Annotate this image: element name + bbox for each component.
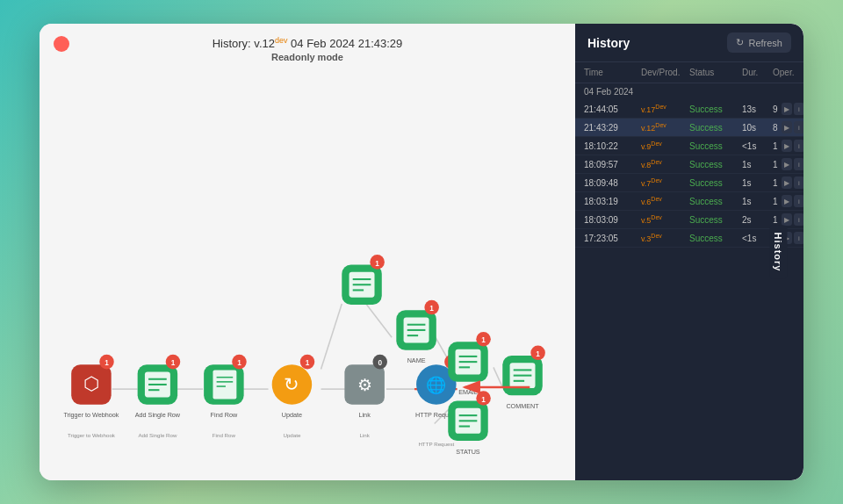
row-status: Success <box>689 234 742 243</box>
oper-play-btn[interactable]: ▶ <box>782 121 792 133</box>
refresh-label: Refresh <box>748 38 782 48</box>
svg-text:1: 1 <box>536 350 540 358</box>
row-dur: 1s <box>742 197 773 206</box>
row-dur: 1s <box>742 160 773 169</box>
svg-rect-17 <box>138 364 177 404</box>
svg-text:1: 1 <box>306 359 310 367</box>
close-icon: × <box>59 40 64 49</box>
svg-rect-72 <box>510 363 536 388</box>
svg-text:Link: Link <box>359 411 371 419</box>
svg-text:Trigger to Webhook: Trigger to Webhook <box>63 411 119 419</box>
main-window: × History: v.12dev 04 Feb 2024 21:43:29 … <box>40 24 803 480</box>
svg-text:HTTP Request: HTTP Request <box>418 441 454 447</box>
oper-info-btn[interactable]: i <box>794 103 803 115</box>
row-status: Success <box>689 197 742 206</box>
svg-rect-48 <box>342 264 381 304</box>
row-status: Success <box>689 141 742 151</box>
svg-point-53 <box>370 255 385 270</box>
flow-panel: × History: v.12dev 04 Feb 2024 21:43:29 … <box>40 24 575 480</box>
row-time: 18:09:57 <box>584 160 641 169</box>
oper-info-btn[interactable]: i <box>794 195 803 207</box>
svg-rect-80 <box>456 408 481 434</box>
oper-play-btn[interactable]: ▶ <box>782 158 792 170</box>
row-time: 21:43:29 <box>584 123 641 133</box>
svg-point-60 <box>424 300 439 315</box>
row-oper: 1 ▶ i ⧉ <box>773 213 803 226</box>
history-title: History <box>587 36 630 50</box>
svg-point-30 <box>232 355 247 370</box>
svg-text:↻: ↻ <box>284 374 299 394</box>
svg-rect-33 <box>272 364 312 404</box>
svg-point-35 <box>300 355 315 370</box>
oper-info-btn[interactable]: i <box>794 232 803 244</box>
history-row[interactable]: 21:44:05 v.17Dev Success 13s 9 ▶ i ⧉ <box>575 100 803 119</box>
oper-play-btn[interactable]: ▶ <box>782 103 792 115</box>
oper-info-btn[interactable]: i <box>794 213 803 226</box>
svg-rect-12 <box>71 364 111 404</box>
svg-line-5 <box>321 304 342 369</box>
history-row[interactable]: 18:03:19 v.6Dev Success 1s 1 ▶ i ⧉ <box>575 192 803 211</box>
col-status: Status <box>689 68 742 77</box>
svg-text:Link: Link <box>359 432 370 438</box>
svg-text:1: 1 <box>481 336 486 344</box>
column-headers: Time Dev/Prod. Status Dur. Oper. <box>575 62 803 83</box>
history-row[interactable]: 18:09:48 v.7Dev Success 1s 1 ▶ i ⧉ <box>575 174 803 192</box>
oper-info-btn[interactable]: i <box>794 121 803 133</box>
row-time: 17:23:05 <box>584 234 641 243</box>
svg-text:Update: Update <box>283 432 301 438</box>
oper-num: 1 <box>773 215 778 225</box>
svg-rect-26 <box>213 370 236 399</box>
row-version: v.17Dev <box>641 104 689 114</box>
svg-text:1: 1 <box>429 305 434 313</box>
oper-info-btn[interactable]: i <box>794 176 803 189</box>
svg-text:EMAIL: EMAIL <box>458 388 478 396</box>
svg-text:1: 1 <box>375 260 379 268</box>
row-version: v.8Dev <box>641 159 689 169</box>
svg-text:Add Single Row: Add Single Row <box>135 411 181 419</box>
oper-play-btn[interactable]: ▶ <box>782 213 792 226</box>
row-oper: 8 ▶ i ⧉ <box>773 121 803 133</box>
svg-line-6 <box>362 299 392 337</box>
row-time: 21:44:05 <box>584 104 641 114</box>
svg-rect-63 <box>448 342 487 381</box>
oper-play-btn[interactable]: ▶ <box>782 140 792 152</box>
svg-text:NAME: NAME <box>407 356 426 364</box>
history-row[interactable]: 18:10:22 v.9Dev Success <1s 1 ▶ i ⧉ <box>575 137 803 155</box>
svg-point-76 <box>530 346 545 361</box>
svg-text:Add Single Row: Add Single Row <box>138 432 177 438</box>
status-node: 1 STATUS <box>448 391 491 455</box>
oper-info-btn[interactable]: i <box>794 140 803 152</box>
svg-rect-43 <box>416 364 456 404</box>
flow-diagram: ⬡ 1 Trigger to Webhook 1 Add Single Row <box>40 76 575 480</box>
svg-point-45 <box>444 355 459 370</box>
oper-num: 1 <box>773 197 778 206</box>
history-table: 04 Feb 2024 21:44:05 v.17Dev Success 13s… <box>575 83 803 480</box>
row-version: v.9Dev <box>641 140 689 151</box>
svg-text:1: 1 <box>237 359 241 367</box>
svg-rect-56 <box>404 317 429 342</box>
row-status: Success <box>689 104 742 114</box>
svg-text:Find Row: Find Row <box>211 411 238 419</box>
svg-text:STATUS: STATUS <box>456 448 480 456</box>
col-time: Time <box>584 68 641 77</box>
row-oper: 1 ▶ i ⧉ <box>773 195 803 207</box>
oper-play-btn[interactable]: ▶ <box>782 195 792 207</box>
refresh-icon: ↻ <box>736 37 744 48</box>
close-button[interactable]: × <box>54 36 69 52</box>
row-dur: <1s <box>742 141 773 151</box>
oper-info-btn[interactable]: i <box>794 158 803 170</box>
history-row[interactable]: 21:43:29 v.12Dev Success 10s 8 ▶ i ⧉ <box>575 119 803 137</box>
history-row[interactable]: 18:09:57 v.8Dev Success 1s 1 ▶ i ⧉ <box>575 155 803 174</box>
row-oper: 1 ▶ i ⧉ <box>773 158 803 170</box>
link-node: ⚙ 0 Link <box>344 355 387 419</box>
row-status: Success <box>689 178 742 188</box>
oper-play-btn[interactable]: ▶ <box>782 176 792 189</box>
readonly-badge: Readonly mode <box>271 52 343 62</box>
add-single-row-node: 1 Add Single Row <box>135 355 181 419</box>
oper-num: 9 <box>773 104 778 114</box>
row-dur: 2s <box>742 215 773 225</box>
history-side-label: History <box>770 226 788 279</box>
row-oper: 1 ▶ i ⧉ <box>773 176 803 189</box>
refresh-button[interactable]: ↻ Refresh <box>727 32 791 53</box>
trigger-node: ⬡ 1 Trigger to Webhook <box>63 355 119 419</box>
